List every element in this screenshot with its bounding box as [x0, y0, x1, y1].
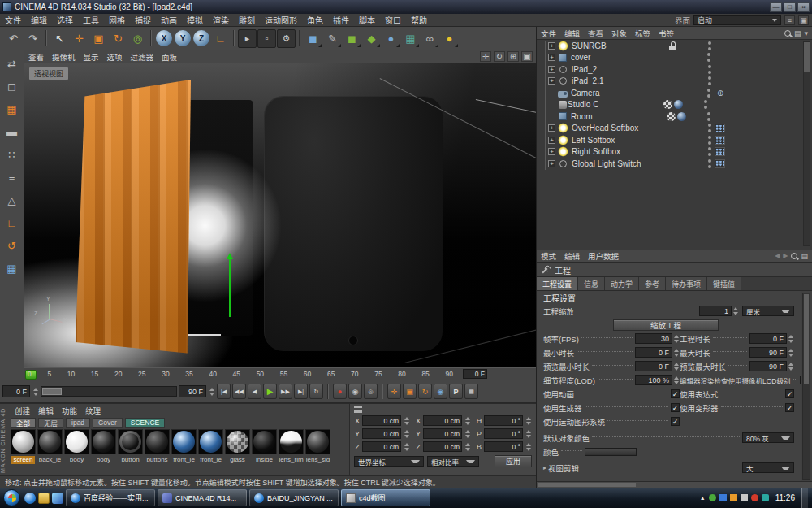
position-z-field[interactable]: 0 cm: [362, 441, 401, 452]
visibility-dots[interactable]: [705, 146, 715, 157]
project-scale-field[interactable]: 1: [699, 306, 732, 316]
preview-min-field[interactable]: 0 F: [635, 361, 672, 371]
axis-mode-icon[interactable]: ∟: [3, 214, 21, 232]
record-keyframe-button[interactable]: ●: [333, 384, 347, 399]
object-row[interactable]: Right Softbox: [537, 146, 812, 158]
object-row[interactable]: Room: [537, 111, 812, 123]
object-row[interactable]: Global Light Switch: [537, 158, 812, 170]
edges-mode-icon[interactable]: ≡: [3, 168, 21, 186]
object-tag[interactable]: [667, 41, 705, 51]
play-button[interactable]: ▶: [263, 384, 277, 399]
material-layer-tab[interactable]: SCENCE: [125, 418, 165, 428]
attribute-menu-item[interactable]: 编辑: [560, 250, 584, 262]
use-generators-checkbox[interactable]: ✓: [671, 403, 680, 412]
expand-icon[interactable]: [548, 160, 555, 167]
scrollbar-thumb[interactable]: [804, 42, 810, 72]
separator[interactable]: [299, 30, 300, 46]
expand-icon[interactable]: [548, 148, 555, 155]
menu-item[interactable]: 捕捉: [130, 14, 156, 26]
panel-menu-icon[interactable]: ▤: [801, 252, 808, 260]
undo-icon[interactable]: ↶: [4, 29, 23, 48]
primitive-cube-icon[interactable]: ◼: [304, 29, 322, 48]
separator[interactable]: [150, 30, 152, 46]
view-clipping-dropdown[interactable]: 大: [742, 462, 794, 473]
history-forward-icon[interactable]: ▶: [783, 252, 788, 259]
object-name[interactable]: Left Softbox: [572, 136, 667, 145]
object-manager-menu-item[interactable]: 编辑: [560, 28, 584, 39]
material-item[interactable]: buttons: [145, 429, 170, 464]
material-layer-tab[interactable]: 全部: [11, 418, 36, 428]
visibility-dots[interactable]: [701, 99, 710, 110]
material-menu-item[interactable]: 创建: [11, 405, 34, 416]
smart-cover-object[interactable]: [76, 80, 191, 356]
end-frame-field[interactable]: 90 F: [179, 385, 206, 397]
use-expressions-checkbox[interactable]: ✓: [785, 389, 794, 398]
key-parameter-toggle[interactable]: ◉: [434, 384, 447, 399]
lock-y-axis-icon[interactable]: Y: [175, 30, 191, 46]
goto-start-button[interactable]: |◀: [217, 384, 231, 399]
minimize-button[interactable]: —: [770, 2, 782, 12]
tray-icon-green[interactable]: [709, 494, 716, 501]
taskbar-button[interactable]: BAIDU_JINGYAN ...: [249, 489, 339, 506]
object-tag[interactable]: [667, 88, 704, 98]
material-item[interactable]: glass: [225, 429, 250, 464]
scrollbar-thumb[interactable]: [538, 483, 636, 487]
workplane-mode-icon[interactable]: ▬: [3, 123, 21, 141]
fps-field[interactable]: 30: [635, 333, 672, 344]
expand-icon[interactable]: [548, 77, 555, 85]
show-desktop-button[interactable]: [801, 488, 808, 508]
explorer-quicklaunch-icon[interactable]: [38, 493, 50, 504]
material-layer-tab[interactable]: 无层: [38, 418, 63, 428]
project-length-field[interactable]: 0 F: [749, 333, 787, 344]
object-row[interactable]: Camera: [537, 87, 812, 99]
taskbar-button[interactable]: CINEMA 4D R14...: [158, 489, 247, 506]
visibility-dots[interactable]: [705, 158, 715, 169]
start-frame-spinner[interactable]: [32, 388, 39, 396]
close-button[interactable]: ×: [797, 2, 810, 12]
default-object-color-dropdown[interactable]: 80% 灰: [742, 432, 794, 443]
object-row[interactable]: SUNRGB: [537, 40, 812, 52]
use-deformers-checkbox[interactable]: ✓: [785, 403, 794, 412]
lod-field[interactable]: 100 %: [635, 375, 672, 385]
object-tag[interactable]: [715, 124, 725, 132]
texture-mode-icon[interactable]: ▦: [3, 100, 21, 118]
attribute-tab[interactable]: 动力学: [605, 277, 639, 290]
autokey-button[interactable]: ◉: [348, 384, 362, 399]
expand-icon[interactable]: [548, 66, 555, 73]
visibility-dots[interactable]: [705, 123, 715, 133]
history-back-icon[interactable]: ◀: [775, 252, 780, 259]
menu-item[interactable]: 网格: [104, 14, 130, 26]
position-x-field[interactable]: 0 cm: [362, 415, 401, 426]
browser-quicklaunch-icon[interactable]: [24, 493, 36, 504]
material-item[interactable]: front_le: [198, 429, 223, 464]
viewport-menu-item[interactable]: 显示: [80, 51, 103, 63]
make-editable-icon[interactable]: ⇄: [3, 54, 21, 72]
viewport-menu-item[interactable]: 过滤器: [127, 51, 158, 63]
object-name[interactable]: Right Softbox: [572, 147, 667, 156]
object-row[interactable]: iPad_2: [537, 63, 812, 76]
layout-dropdown[interactable]: 启动: [693, 15, 781, 25]
size-x-field[interactable]: 0 cm: [423, 415, 462, 426]
live-selection-icon[interactable]: ◎: [128, 29, 147, 48]
menu-item[interactable]: 帮助: [406, 14, 432, 26]
attribute-tab[interactable]: 工程设置: [537, 277, 578, 290]
tray-icon-orange[interactable]: [730, 494, 737, 501]
model-mode-icon[interactable]: ◻: [3, 77, 21, 95]
rotation-h-field[interactable]: 0 °: [484, 415, 523, 426]
menu-item[interactable]: 运动图形: [260, 14, 302, 26]
separator[interactable]: [233, 30, 235, 46]
object-row[interactable]: OverHead Softbox: [537, 123, 812, 135]
min-time-field[interactable]: 0 F: [635, 347, 672, 358]
object-name[interactable]: Camera: [571, 89, 667, 98]
polygons-mode-icon[interactable]: △: [3, 191, 21, 209]
size-z-field[interactable]: 0 cm: [423, 441, 462, 452]
timeline-button[interactable]: ▦: [464, 384, 478, 399]
clock[interactable]: 11:26: [772, 493, 798, 502]
menu-item[interactable]: 插件: [328, 14, 354, 26]
layout-lock-icon[interactable]: ≡: [784, 15, 795, 25]
start-frame-field[interactable]: 0 F: [2, 385, 30, 397]
object-tag[interactable]: [663, 99, 701, 110]
next-frame-button[interactable]: ▶▶: [279, 384, 292, 399]
start-button[interactable]: [3, 489, 20, 506]
visibility-dots[interactable]: [705, 135, 715, 145]
